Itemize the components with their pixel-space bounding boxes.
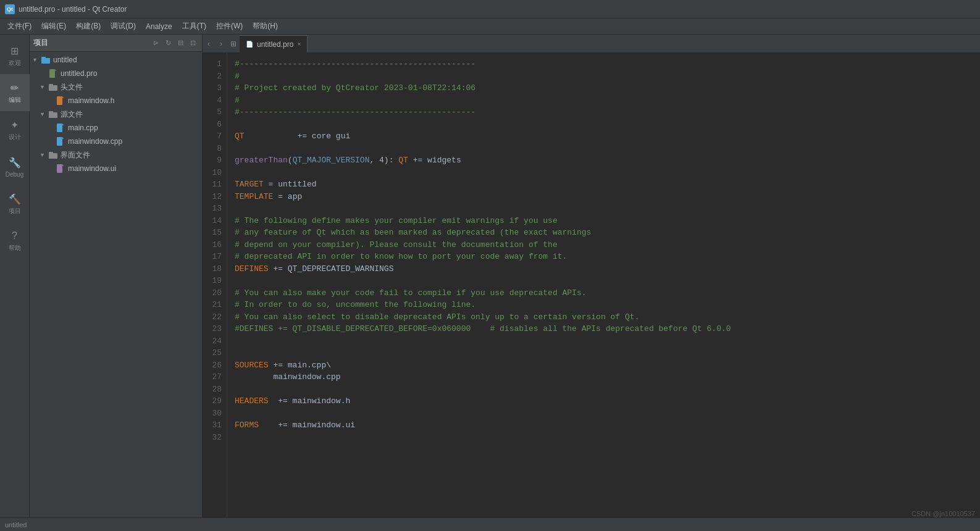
- tab-label: untitled.pro: [257, 40, 293, 49]
- tree-arrow: ▼: [40, 84, 47, 90]
- svg-rect-9: [49, 111, 53, 113]
- sidebar-icon-设计[interactable]: ✦设计: [0, 111, 30, 148]
- sidebar-icons: ⊞欢迎✏编辑✦设计🔧Debug🔨项目?帮助: [0, 35, 30, 517]
- sidebar-icon-项目[interactable]: 🔨项目: [0, 185, 30, 222]
- code-line: # Project created by QtCreator 2023-01-0…: [235, 82, 973, 94]
- sidebar-icon-shape: 🔧: [8, 156, 22, 170]
- tree-item[interactable]: ▼untitled: [30, 53, 202, 67]
- tree-item[interactable]: main.cpp: [30, 121, 202, 135]
- svg-rect-16: [57, 164, 62, 173]
- tree-icon: [48, 82, 58, 92]
- code-line: #: [235, 94, 973, 107]
- menu-item[interactable]: 调试(D): [106, 20, 141, 33]
- menu-item[interactable]: 编辑(E): [36, 20, 71, 33]
- active-tab[interactable]: 📄 untitled.pro ×: [240, 35, 308, 52]
- line-number: 7: [203, 130, 222, 143]
- close-panel-btn[interactable]: ⊟: [175, 38, 186, 49]
- sidebar-icon-编辑[interactable]: ✏编辑: [0, 74, 30, 111]
- tree-item[interactable]: ▼源文件: [30, 107, 202, 121]
- line-number: 21: [203, 299, 222, 311]
- tree-icon: [48, 109, 58, 119]
- title-bar: Qt untitled.pro - untitled - Qt Creator: [0, 0, 980, 19]
- tree-label: mainwindow.ui: [68, 164, 116, 173]
- code-content[interactable]: #---------------------------------------…: [227, 53, 980, 517]
- tree-item[interactable]: ▼头文件: [30, 80, 202, 94]
- svg-rect-4: [49, 85, 57, 91]
- menu-item[interactable]: 控件(W): [211, 20, 248, 33]
- code-line: HEADERS += mainwindow.h: [235, 395, 973, 408]
- svg-marker-7: [62, 96, 64, 98]
- tree-label: 源文件: [61, 109, 83, 120]
- tree-item[interactable]: mainwindow.ui: [30, 162, 202, 175]
- line-number: 14: [203, 215, 222, 227]
- line-number: 11: [203, 178, 222, 191]
- menu-item[interactable]: 文件(F): [2, 20, 36, 33]
- code-line: FORMS += mainwindow.ui: [235, 419, 973, 432]
- line-number: 27: [203, 371, 222, 383]
- float-btn[interactable]: ⊡: [187, 38, 198, 49]
- sidebar-icon-帮助[interactable]: ?帮助: [0, 222, 30, 259]
- line-number: 25: [203, 347, 222, 359]
- code-line: [235, 119, 973, 131]
- sidebar-icon-shape: ⊞: [8, 44, 22, 57]
- sidebar-icon-shape: ✏: [8, 81, 22, 94]
- svg-marker-3: [55, 69, 57, 71]
- code-line: DEFINES += QT_DEPRECATED_WARNINGS: [235, 263, 973, 275]
- line-number: 10: [203, 167, 222, 179]
- editor-content[interactable]: 1234567891011121314151617181920212223242…: [203, 53, 980, 517]
- line-number: 20: [203, 287, 222, 299]
- code-line: TEMPLATE = app: [235, 191, 973, 203]
- svg-rect-15: [49, 152, 53, 154]
- line-number: 17: [203, 251, 222, 263]
- code-line: # depend on your compiler). Please consu…: [235, 239, 973, 251]
- code-line: [235, 432, 973, 444]
- tree-label: main.cpp: [68, 123, 98, 132]
- svg-rect-12: [57, 137, 62, 146]
- tree-label: untitled: [53, 56, 77, 64]
- line-number: 19: [203, 275, 222, 287]
- code-line: # You can also make your code fail to co…: [235, 287, 973, 299]
- app-icon: Qt: [5, 4, 15, 14]
- code-line: [235, 275, 973, 287]
- code-line: # You can also select to disable depreca…: [235, 311, 973, 324]
- line-numbers: 1234567891011121314151617181920212223242…: [203, 53, 227, 517]
- tree-icon: [41, 55, 51, 65]
- menu-bar: 文件(F)编辑(E)构建(B)调试(D)Analyze工具(T)控件(W)帮助(…: [0, 19, 980, 35]
- tab-close-btn[interactable]: ×: [297, 41, 301, 48]
- tree-label: 头文件: [61, 82, 83, 93]
- menu-item[interactable]: 帮助(H): [248, 20, 283, 33]
- svg-rect-10: [57, 123, 62, 132]
- tab-nav-down[interactable]: ⊞: [227, 35, 240, 52]
- tab-nav-left[interactable]: ‹: [203, 35, 215, 52]
- menu-item[interactable]: Analyze: [141, 21, 177, 32]
- line-number: 12: [203, 191, 222, 203]
- sidebar-icon-Debug[interactable]: 🔧Debug: [0, 148, 30, 185]
- tree-label: 界面文件: [61, 150, 90, 161]
- project-panel: 项目 ⊳ ↻ ⊟ ⊡ ▼untitleduntitled.pro▼头文件main…: [30, 35, 203, 517]
- filter-btn[interactable]: ⊳: [150, 38, 161, 49]
- tree-item[interactable]: mainwindow.cpp: [30, 135, 202, 148]
- sidebar-icon-欢迎[interactable]: ⊞欢迎: [0, 37, 30, 74]
- svg-rect-8: [49, 112, 57, 118]
- line-number: 4: [203, 94, 222, 107]
- code-line: TARGET = untitled: [235, 178, 973, 191]
- code-line: # deprecated API in order to know how to…: [235, 251, 973, 263]
- toolbar-actions: ⊳ ↻ ⊟ ⊡: [150, 38, 198, 49]
- menu-item[interactable]: 构建(B): [71, 20, 106, 33]
- tab-bar: ‹ › ⊞ 📄 untitled.pro ×: [203, 35, 980, 53]
- tree-icon: [56, 96, 65, 106]
- tree-item[interactable]: ▼界面文件: [30, 148, 202, 162]
- line-number: 29: [203, 395, 222, 408]
- tab-nav-right[interactable]: ›: [215, 35, 227, 52]
- code-line: # In order to do so, uncomment the follo…: [235, 299, 973, 311]
- tree-arrow: ▼: [40, 111, 47, 117]
- svg-marker-13: [62, 137, 64, 139]
- svg-rect-2: [49, 69, 55, 78]
- tab-file-icon: 📄: [246, 41, 253, 48]
- window-title: untitled.pro - untitled - Qt Creator: [19, 5, 127, 14]
- menu-item[interactable]: 工具(T): [177, 20, 211, 33]
- tree-item[interactable]: mainwindow.h: [30, 94, 202, 107]
- tree-item[interactable]: untitled.pro: [30, 67, 202, 80]
- sync-btn[interactable]: ↻: [162, 38, 174, 49]
- line-number: 16: [203, 239, 222, 251]
